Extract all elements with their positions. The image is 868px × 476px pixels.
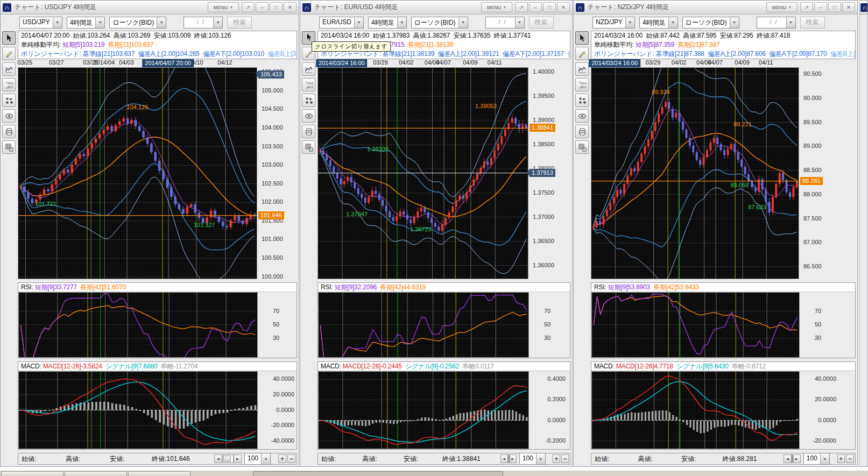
grid-settings-tool-button[interactable] bbox=[575, 140, 589, 154]
zoom-in-button[interactable]: + bbox=[837, 454, 845, 463]
scrollbar[interactable] bbox=[792, 454, 793, 463]
close-button[interactable]: ✕ bbox=[284, 2, 297, 12]
caret-down-icon[interactable]: ▼ bbox=[157, 17, 166, 28]
price-scale-tool-button[interactable]: 70.060.0 bbox=[302, 78, 315, 91]
bar-count-select[interactable]: 100▼ bbox=[803, 453, 830, 465]
rsi-chart[interactable] bbox=[591, 292, 800, 358]
taskbar-button[interactable] bbox=[1, 471, 63, 476]
taskbar-button-active[interactable] bbox=[253, 471, 503, 476]
macd-chart[interactable] bbox=[591, 371, 800, 449]
caret-down-icon[interactable]: ▼ bbox=[820, 453, 829, 464]
caret-down-icon[interactable]: ▼ bbox=[53, 17, 62, 28]
popout-button[interactable]: ↗ bbox=[242, 2, 255, 12]
marker-tool-button[interactable] bbox=[2, 94, 16, 107]
search-button[interactable]: 検索 bbox=[227, 17, 252, 29]
caret-down-icon[interactable]: ▼ bbox=[397, 17, 406, 28]
price-chart[interactable]: 89.92489.22188.05687.633 bbox=[591, 67, 799, 279]
caret-down-icon[interactable]: ▼ bbox=[458, 17, 468, 28]
price-chart[interactable]: 1.390531.382001.370471.36723 bbox=[317, 67, 528, 279]
visibility-tool-button[interactable] bbox=[2, 109, 16, 123]
caret-down-icon[interactable]: ▼ bbox=[261, 453, 270, 464]
draw-tool-button[interactable] bbox=[575, 47, 589, 60]
window-titlebar[interactable]: ∩ チャート: USD/JPY 4時間足 MENU▼ ↗ – □ ✕ bbox=[1, 1, 299, 15]
macd-chart[interactable] bbox=[318, 371, 529, 449]
window-titlebar[interactable]: ∩ bbox=[859, 1, 867, 15]
maximize-button[interactable]: □ bbox=[543, 2, 556, 12]
chart-type-select[interactable]: ローソク(BID)▼ bbox=[109, 17, 166, 29]
zoom-out-button[interactable]: − bbox=[287, 454, 295, 463]
rsi-chart[interactable] bbox=[18, 292, 258, 358]
marker-tool-button[interactable] bbox=[302, 94, 315, 107]
marker-tool-button[interactable] bbox=[575, 94, 589, 107]
menu-button[interactable]: MENU▼ bbox=[208, 2, 239, 12]
indicator-tool-button[interactable] bbox=[575, 62, 589, 76]
print-tool-button[interactable] bbox=[2, 125, 16, 138]
caret-down-icon[interactable]: ▼ bbox=[536, 453, 545, 464]
search-button[interactable]: 検索 bbox=[800, 17, 825, 29]
bar-count-select[interactable]: 100▼ bbox=[244, 453, 271, 465]
scrollbar-thumb[interactable] bbox=[223, 456, 231, 462]
minimize-button[interactable]: – bbox=[814, 2, 827, 12]
zoom-in-button[interactable]: + bbox=[278, 454, 286, 463]
scroll-right-button[interactable]: ► bbox=[793, 454, 801, 463]
date-select[interactable]: / /▼ bbox=[757, 17, 796, 29]
caret-down-icon[interactable]: ▼ bbox=[354, 17, 363, 28]
print-tool-button[interactable] bbox=[302, 125, 315, 138]
crosshair-tool-button[interactable] bbox=[2, 31, 16, 45]
price-scale-tool-button[interactable]: 70.060.0 bbox=[575, 78, 589, 91]
taskbar-button[interactable] bbox=[128, 471, 190, 476]
search-button[interactable]: 検索 bbox=[529, 17, 554, 29]
taskbar-button[interactable] bbox=[65, 471, 127, 476]
caret-down-icon[interactable]: ▼ bbox=[213, 17, 222, 28]
scrollbar-thumb[interactable] bbox=[509, 456, 510, 462]
zoom-out-button[interactable]: − bbox=[846, 454, 854, 463]
scrollbar[interactable] bbox=[222, 454, 234, 463]
menu-button[interactable]: MENU▼ bbox=[766, 2, 798, 12]
price-chart[interactable]: 104.126101.721101.327 bbox=[18, 67, 257, 279]
maximize-button[interactable]: □ bbox=[270, 2, 283, 12]
scroll-left-button[interactable]: ◄ bbox=[214, 454, 222, 463]
timeframe-select[interactable]: 4時間足▼ bbox=[639, 17, 678, 29]
maximize-button[interactable]: □ bbox=[828, 2, 841, 12]
draw-tool-button[interactable] bbox=[2, 47, 16, 60]
chart-type-select[interactable]: ローソク(BID)▼ bbox=[682, 17, 739, 29]
timeframe-select[interactable]: 4時間足▼ bbox=[67, 17, 105, 29]
caret-down-icon[interactable]: ▼ bbox=[625, 17, 634, 28]
grid-settings-tool-button[interactable] bbox=[302, 140, 315, 154]
scroll-right-button[interactable]: ► bbox=[234, 454, 242, 463]
caret-down-icon[interactable]: ▼ bbox=[515, 17, 524, 28]
scroll-right-button[interactable]: ► bbox=[509, 454, 517, 463]
caret-down-icon[interactable]: ▼ bbox=[786, 17, 795, 28]
window-titlebar[interactable]: ∩ チャート: EUR/USD 4時間足 MENU▼ ↗ – □ ✕ bbox=[300, 1, 572, 15]
rsi-chart[interactable] bbox=[318, 292, 529, 358]
scroll-left-button[interactable]: ◄ bbox=[500, 454, 508, 463]
indicator-tool-button[interactable] bbox=[302, 62, 315, 76]
timeframe-select[interactable]: 4時間足▼ bbox=[368, 17, 407, 29]
window-titlebar[interactable]: ∩ チャート: NZD/JPY 4時間足 MENU▼ ↗ – □ ✕ bbox=[574, 1, 857, 15]
print-tool-button[interactable] bbox=[575, 125, 589, 138]
date-select[interactable]: / /▼ bbox=[485, 17, 525, 29]
minimize-button[interactable]: – bbox=[529, 2, 542, 12]
scroll-left-button[interactable]: ◄ bbox=[784, 454, 792, 463]
crosshair-tool-button[interactable] bbox=[575, 31, 589, 45]
pair-select[interactable]: NZD/JPY▼ bbox=[592, 17, 635, 29]
caret-down-icon[interactable]: ▼ bbox=[730, 17, 739, 28]
scrollbar[interactable] bbox=[508, 454, 509, 463]
price-scale-tool-button[interactable]: 70.060.0 bbox=[2, 78, 16, 91]
zoom-out-button[interactable]: − bbox=[561, 454, 569, 463]
caret-down-icon[interactable]: ▼ bbox=[95, 17, 104, 28]
caret-down-icon[interactable]: ▼ bbox=[668, 17, 678, 28]
pair-select[interactable]: EUR/USD▼ bbox=[319, 17, 364, 29]
menu-button[interactable]: MENU▼ bbox=[481, 2, 512, 12]
scrollbar-thumb[interactable] bbox=[793, 456, 794, 462]
minimize-button[interactable]: – bbox=[256, 2, 269, 12]
zoom-in-button[interactable]: + bbox=[553, 454, 560, 463]
bar-count-select[interactable]: 100▼ bbox=[519, 453, 546, 465]
popout-button[interactable]: ↗ bbox=[800, 2, 813, 12]
indicator-tool-button[interactable] bbox=[2, 62, 16, 76]
macd-chart[interactable] bbox=[18, 371, 258, 449]
popout-button[interactable]: ↗ bbox=[515, 2, 528, 12]
chart-type-select[interactable]: ローソク(BID)▼ bbox=[411, 17, 468, 29]
grid-settings-tool-button[interactable] bbox=[2, 140, 16, 154]
visibility-tool-button[interactable] bbox=[575, 109, 589, 123]
